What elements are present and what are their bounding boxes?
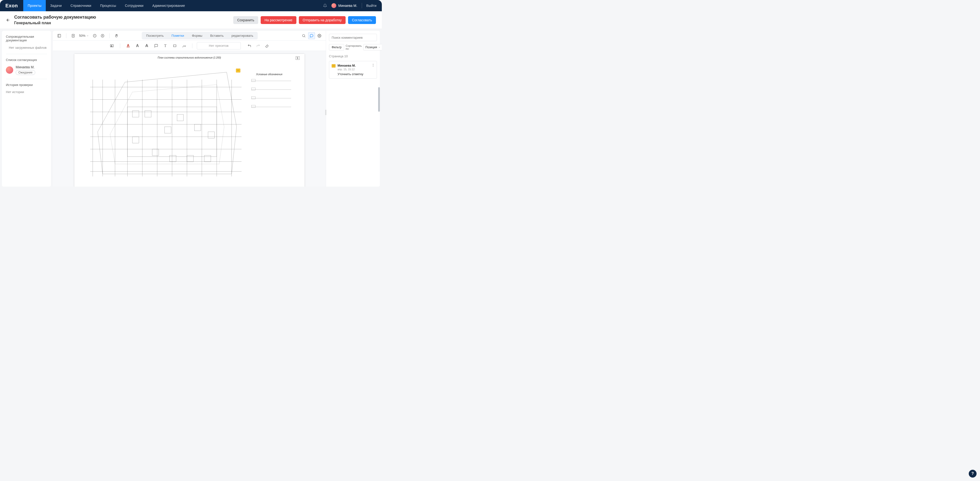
svg-rect-0: [58, 34, 61, 37]
history-section-title: История проверки: [6, 83, 47, 87]
svg-rect-43: [204, 155, 210, 162]
comment-search-input[interactable]: [329, 34, 377, 41]
user-name: Минаева М.: [338, 4, 357, 8]
save-button[interactable]: Сохранить: [233, 16, 258, 24]
tab-edit[interactable]: редактировать: [228, 32, 257, 39]
comment-page-label: Страница 10: [329, 54, 377, 58]
logout-link[interactable]: Выйти: [366, 4, 376, 8]
bell-icon[interactable]: [323, 4, 327, 8]
page-title: Согласовать рабочую документацию: [14, 15, 96, 20]
nav-projects[interactable]: Проекты: [23, 0, 46, 11]
settings-button[interactable]: [316, 32, 323, 39]
zoom-dropdown[interactable]: 50%: [78, 34, 90, 37]
approve-button[interactable]: Согласовать: [348, 16, 376, 24]
zoom-value: 50%: [79, 34, 86, 37]
search-button[interactable]: [300, 32, 307, 39]
comment-menu-button[interactable]: ⋮: [372, 63, 375, 67]
no-files-label: Нет загруженных файлов: [6, 46, 47, 50]
svg-point-11: [319, 35, 320, 36]
tab-view[interactable]: Посмотреть: [142, 32, 168, 39]
comment-text: Уточнить отметку: [337, 72, 374, 76]
strikeout-tool[interactable]: A: [143, 42, 151, 49]
rectangle-tool[interactable]: [171, 42, 178, 49]
svg-rect-37: [132, 111, 138, 117]
note-tool[interactable]: [153, 42, 160, 49]
logo: Exon: [0, 3, 23, 9]
freehand-tool[interactable]: [180, 42, 188, 49]
sort-value: Позиция: [366, 46, 377, 49]
document-page: 9 План системы строительного водопонижен…: [75, 54, 304, 186]
nav-admin[interactable]: Администрирование: [148, 0, 189, 11]
nav-tasks[interactable]: Задачи: [46, 0, 66, 11]
svg-rect-14: [173, 45, 176, 47]
nav-refs[interactable]: Справочники: [66, 0, 96, 11]
freetext-tool[interactable]: T: [162, 42, 169, 49]
preset-select[interactable]: Нет пресетов: [197, 42, 241, 49]
approver-row: Минаева М. Ожидание: [6, 65, 47, 75]
avatar-icon: [331, 3, 336, 8]
document-canvas[interactable]: 9 План системы строительного водопонижен…: [53, 51, 326, 186]
svg-rect-55: [251, 105, 255, 108]
svg-rect-46: [177, 115, 183, 121]
svg-marker-15: [98, 72, 236, 174]
svg-rect-52: [251, 79, 255, 81]
note-icon: [332, 64, 336, 68]
underline-tool[interactable]: A: [124, 42, 132, 49]
svg-rect-40: [152, 149, 158, 156]
chevron-down-icon: [86, 35, 89, 37]
svg-text:A: A: [111, 45, 112, 46]
back-icon[interactable]: [6, 18, 10, 22]
highlight-tool[interactable]: A: [134, 42, 141, 49]
svg-point-3: [73, 35, 74, 36]
zoom-out-button[interactable]: [91, 32, 98, 39]
review-button[interactable]: На рассмотрение: [261, 16, 296, 24]
document-viewer: 50% Посмотреть Пометки: [53, 31, 326, 186]
comments-panel-button[interactable]: [308, 32, 315, 39]
blueprint-drawing: [78, 57, 301, 186]
svg-rect-2: [72, 34, 74, 37]
sub-header: Согласовать рабочую документацию Генерал…: [0, 11, 382, 29]
top-nav: Exon Проекты Задачи Справочники Процессы…: [0, 0, 382, 11]
svg-rect-53: [251, 88, 255, 90]
tab-insert[interactable]: Вставить: [206, 32, 228, 39]
svg-rect-39: [132, 137, 138, 143]
svg-rect-47: [164, 127, 171, 133]
rework-button[interactable]: Отправить на доработку: [299, 16, 345, 24]
zoom-in-button[interactable]: [99, 32, 106, 39]
svg-rect-38: [145, 111, 151, 117]
avatar-icon: [6, 66, 13, 74]
no-history-label: Нет истории: [6, 90, 47, 94]
svg-line-10: [304, 37, 305, 37]
panel-toggle-button[interactable]: [56, 32, 63, 39]
left-sidebar: Сопроводительная документация Нет загруж…: [2, 31, 51, 186]
sort-select[interactable]: Позиция: [363, 44, 382, 51]
eraser-button[interactable]: [263, 42, 271, 49]
undo-button[interactable]: [246, 42, 253, 49]
viewer-tabs: Посмотреть Пометки Формы Вставить редакт…: [142, 32, 258, 40]
tab-forms[interactable]: Формы: [188, 32, 206, 39]
svg-rect-41: [169, 155, 176, 162]
chevron-down-icon: [378, 46, 380, 48]
svg-rect-54: [251, 97, 255, 99]
comments-panel: Фильтр Сортировать по: Позиция Страница …: [326, 31, 380, 186]
page-view-button[interactable]: [70, 32, 76, 39]
nav-processes[interactable]: Процессы: [96, 0, 121, 11]
comment-card[interactable]: Минаева М. апр. 15, 15:12 Уточнить отмет…: [329, 61, 377, 79]
nav-employees[interactable]: Сотрудники: [121, 0, 148, 11]
approvers-section-title: Список согласующих: [6, 58, 47, 62]
comment-author: Минаева М.: [337, 64, 374, 67]
pan-tool-button[interactable]: [113, 32, 120, 39]
tab-annotations[interactable]: Пометки: [168, 32, 188, 39]
status-badge: Ожидание: [16, 70, 35, 75]
textbox-tool[interactable]: A: [108, 42, 116, 49]
comment-date: апр. 15, 15:12: [337, 68, 374, 71]
scrollbar-thumb[interactable]: [378, 87, 380, 111]
user-menu[interactable]: Минаева М.: [331, 3, 357, 8]
redo-button[interactable]: [255, 42, 262, 49]
approver-name: Минаева М.: [16, 65, 35, 69]
split-handle[interactable]: [325, 109, 326, 116]
svg-rect-44: [194, 124, 201, 131]
page-subtitle: Генеральный план: [14, 21, 96, 25]
filter-button[interactable]: Фильтр: [329, 44, 344, 51]
sort-label: Сортировать по:: [345, 44, 362, 50]
